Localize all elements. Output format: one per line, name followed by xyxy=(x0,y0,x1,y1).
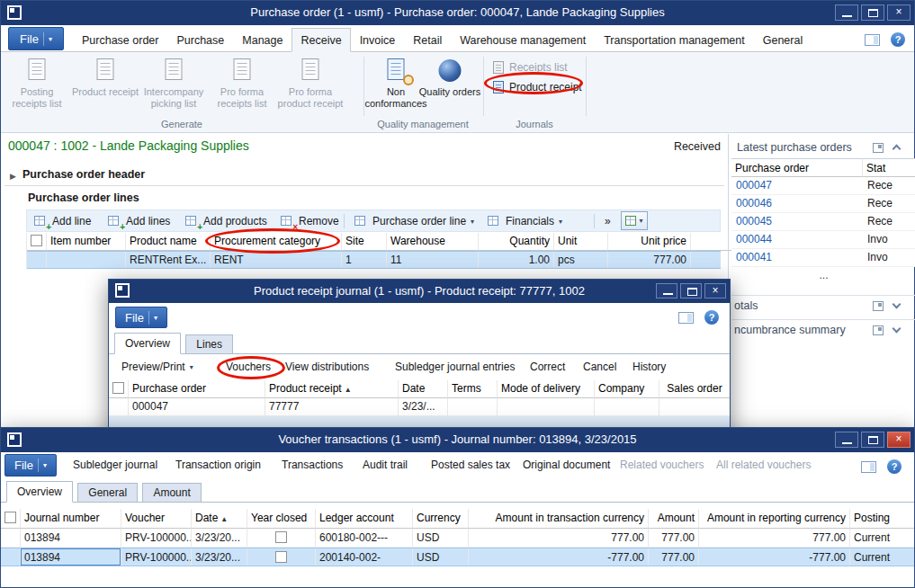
update-line-dropdown-button[interactable]: ▾ xyxy=(621,211,648,230)
table-row[interactable]: 013894 PRV-100000... 3/23/20... 200140-0… xyxy=(1,548,914,566)
product-receipt-journal-button[interactable]: Product receipt xyxy=(493,78,582,96)
column-header[interactable]: Amount xyxy=(649,509,699,529)
column-header[interactable]: Posting xyxy=(850,509,914,529)
tab-transportation-management[interactable]: Transportation management xyxy=(595,28,754,52)
more-row[interactable]: ... xyxy=(731,267,915,285)
tab-general[interactable]: General xyxy=(77,483,138,502)
more-link[interactable]: ... xyxy=(819,267,828,285)
tab-overview[interactable]: Overview xyxy=(114,333,181,354)
maximize-button[interactable] xyxy=(680,283,702,298)
column-header-sorted[interactable]: Product receipt▲ xyxy=(265,380,399,398)
checkbox[interactable] xyxy=(31,235,42,246)
table-row[interactable]: 000041 Invo xyxy=(731,249,915,267)
po-link[interactable]: 000046 xyxy=(731,195,863,212)
column-header[interactable]: Warehouse xyxy=(387,233,479,251)
po-header-section-label[interactable]: Purchase order header xyxy=(22,168,145,181)
quality-orders-button[interactable]: Quality orders xyxy=(418,57,481,116)
file-menu-button[interactable]: File▾ xyxy=(8,27,64,50)
add-line-button[interactable]: + Add line xyxy=(34,212,91,230)
preview-print-menu-button[interactable]: Preview/Print▾ xyxy=(121,356,193,378)
po-link[interactable]: 000041 xyxy=(731,249,863,266)
row-selector-cell[interactable] xyxy=(1,548,21,566)
column-header[interactable]: Product name xyxy=(126,233,211,251)
add-lines-button[interactable]: + Add lines xyxy=(108,212,170,230)
column-header[interactable]: Purchase order xyxy=(129,380,265,398)
table-row[interactable]: 000045 Rece xyxy=(731,213,915,231)
close-button[interactable]: × xyxy=(887,4,911,21)
vouchers-button[interactable]: Vouchers xyxy=(226,356,271,378)
tab-warehouse-management[interactable]: Warehouse management xyxy=(451,28,595,52)
column-header-sorted[interactable]: Date▲ xyxy=(192,509,247,529)
view-distributions-button[interactable]: View distributions xyxy=(285,356,369,378)
row-selector-cell[interactable] xyxy=(1,529,21,547)
titlebar[interactable]: Purchase order (1 - usmf) - Purchase ord… xyxy=(1,1,914,25)
tab-purchase-order[interactable]: Purchase order xyxy=(73,28,167,52)
factbox-totals-title[interactable]: otals xyxy=(734,299,758,312)
year-closed-checkbox[interactable] xyxy=(275,531,287,543)
column-header[interactable]: Terms xyxy=(448,380,498,398)
column-header[interactable]: Company xyxy=(595,380,659,398)
tab-receive[interactable]: Receive xyxy=(292,28,350,52)
column-header[interactable]: Unit price xyxy=(608,233,691,251)
column-header[interactable]: Quantity xyxy=(479,233,554,251)
column-header[interactable]: Voucher xyxy=(121,509,192,529)
tab-general[interactable]: General xyxy=(754,28,812,52)
titlebar[interactable]: Voucher transactions (1 - usmf) - Journa… xyxy=(1,428,914,452)
column-header[interactable]: Year closed xyxy=(247,509,316,529)
layout-toggle-icon[interactable] xyxy=(678,312,694,324)
menu-audit-trail[interactable]: Audit trail xyxy=(363,452,408,477)
table-row[interactable]: 013894 PRV-100000... 3/23/20... 600180-0… xyxy=(1,529,914,548)
column-header[interactable]: Currency xyxy=(413,509,469,529)
column-header[interactable]: Site xyxy=(342,233,387,251)
factbox-latest-purchase-orders-title[interactable]: Latest purchase orders xyxy=(737,141,852,154)
row-selector-cell[interactable] xyxy=(27,252,47,268)
tab-manage[interactable]: Manage xyxy=(233,28,292,52)
column-header[interactable]: Journal number xyxy=(21,509,121,529)
menu-transaction-origin[interactable]: Transaction origin xyxy=(175,452,261,477)
select-all-checkbox-cell[interactable] xyxy=(1,509,21,529)
expand-chevron-icon[interactable] xyxy=(893,300,902,309)
column-header[interactable]: Amount in transaction currency xyxy=(469,509,649,529)
subledger-journal-entries-button[interactable]: Subledger journal entries xyxy=(395,356,515,378)
minimize-button[interactable] xyxy=(835,432,858,448)
add-products-button[interactable]: + Add products xyxy=(185,212,267,230)
remove-button[interactable]: × Remove xyxy=(281,212,339,230)
po-link[interactable]: 000047 xyxy=(731,177,863,194)
cancel-button[interactable]: Cancel xyxy=(583,356,616,378)
history-button[interactable]: History xyxy=(632,356,666,378)
close-button[interactable]: × xyxy=(704,283,726,298)
tab-purchase[interactable]: Purchase xyxy=(167,28,233,52)
file-menu-button[interactable]: File▾ xyxy=(115,307,167,328)
correct-button[interactable]: Correct xyxy=(530,356,565,378)
tab-invoice[interactable]: Invoice xyxy=(351,28,405,52)
layout-toggle-icon[interactable] xyxy=(865,34,880,46)
column-header[interactable]: Item number xyxy=(47,233,126,251)
po-link[interactable]: 000044 xyxy=(731,231,863,248)
table-row[interactable]: 000047 Rece xyxy=(731,177,915,195)
column-header[interactable]: Mode of delivery xyxy=(498,380,595,398)
table-row[interactable]: RENTRent Ex... RENT 1 11 1.00 pcs 777.00 xyxy=(27,251,721,269)
column-header[interactable]: Amount in reporting currency xyxy=(699,509,850,529)
column-header-procurement-category[interactable]: Procurement category xyxy=(211,233,342,251)
file-menu-button[interactable]: File▾ xyxy=(4,454,57,477)
toolbar-overflow-button[interactable]: » xyxy=(605,212,611,230)
close-button[interactable]: × xyxy=(887,432,911,448)
tab-amount[interactable]: Amount xyxy=(142,483,201,502)
layout-toggle-icon[interactable] xyxy=(861,461,876,473)
tab-retail[interactable]: Retail xyxy=(404,28,451,52)
help-icon[interactable]: ? xyxy=(887,459,902,474)
popout-icon[interactable] xyxy=(873,325,884,335)
popout-icon[interactable] xyxy=(873,301,884,311)
minimize-button[interactable] xyxy=(835,4,858,21)
checkbox[interactable] xyxy=(4,512,16,523)
help-icon[interactable]: ? xyxy=(704,310,719,325)
titlebar[interactable]: Product receipt journal (1 - usmf) - Pro… xyxy=(109,280,730,303)
minimize-button[interactable] xyxy=(656,283,677,298)
purchase-order-line-menu-button[interactable]: Purchase order line ▾ xyxy=(354,212,474,230)
maximize-button[interactable] xyxy=(861,4,884,21)
column-header[interactable]: Date xyxy=(399,380,448,398)
tab-overview[interactable]: Overview xyxy=(6,481,73,503)
table-row[interactable]: 000046 Rece xyxy=(731,195,915,213)
tab-lines[interactable]: Lines xyxy=(185,334,233,353)
help-icon[interactable]: ? xyxy=(891,32,905,47)
